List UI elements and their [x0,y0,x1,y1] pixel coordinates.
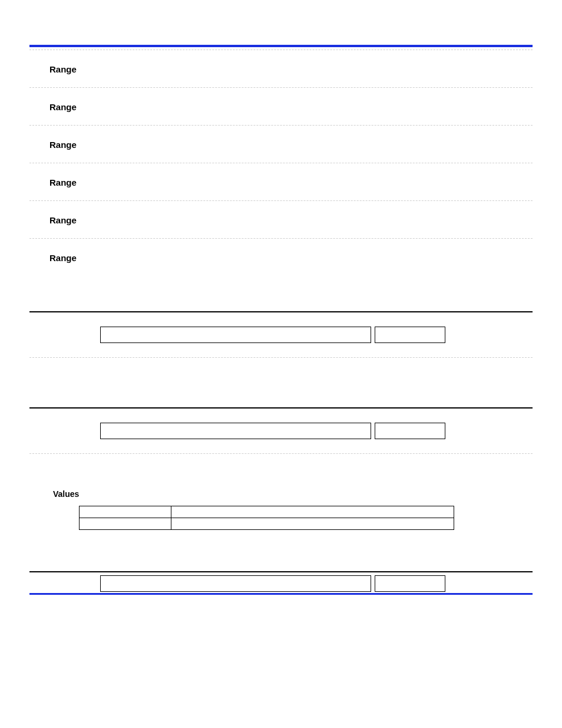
table-cell [171,506,454,518]
empty-box-small [375,575,445,592]
spacer [29,358,533,407]
values-table [79,506,454,530]
empty-box-large [100,327,371,343]
box-row [29,572,533,593]
table-row [80,506,454,518]
table-cell [80,506,171,518]
range-row: Range [29,239,533,276]
bottom-horizontal-rule [29,593,533,595]
range-row: Range [29,50,533,87]
empty-box-large [100,575,371,592]
range-row: Range [29,126,533,163]
spacer [29,276,533,311]
range-row: Range [29,201,533,238]
values-heading: Values [53,489,533,499]
table-cell [80,518,171,530]
box-row [29,409,533,453]
spacer [29,530,533,571]
range-row: Range [29,88,533,125]
empty-box-small [375,327,445,343]
empty-box-large [100,423,371,439]
box-row [29,312,533,357]
table-cell [171,518,454,530]
table-row [80,518,454,530]
document-page: Range Range Range Range Range Range Valu… [0,0,562,728]
values-block: Values [29,454,533,530]
empty-box-small [375,423,445,439]
top-horizontal-rule [29,45,533,47]
range-row: Range [29,163,533,200]
